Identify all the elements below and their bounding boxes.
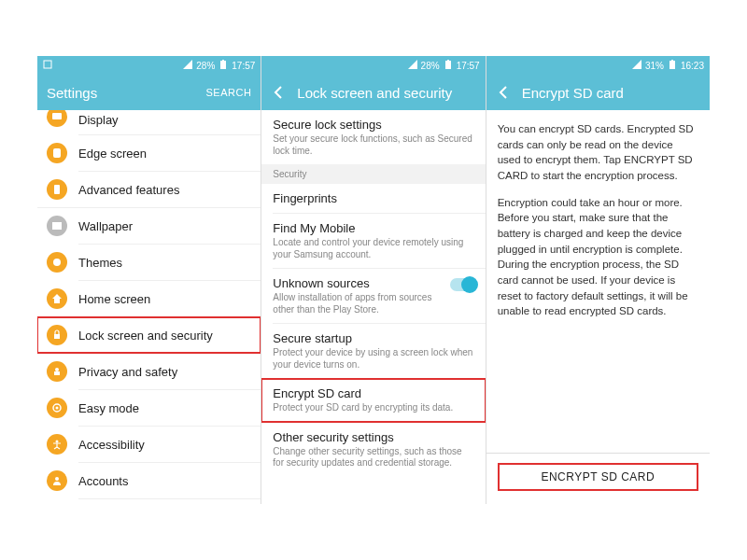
item-encrypt-sd[interactable]: Encrypt SD card Protect your SD card by … xyxy=(261,379,485,422)
status-bar: 28% 17:57 xyxy=(261,56,485,75)
item-sub: Protect your device by using a screen lo… xyxy=(273,347,473,371)
item-title: Secure lock settings xyxy=(273,118,473,132)
svg-rect-4 xyxy=(53,148,61,158)
item-title: Other security settings xyxy=(273,430,473,444)
svg-rect-10 xyxy=(54,371,60,375)
header-title: Encrypt SD card xyxy=(522,85,700,101)
lock-security-header: Lock screen and security xyxy=(261,75,485,110)
item-sub: Change other security settings, such as … xyxy=(273,446,473,469)
unknown-sources-toggle[interactable] xyxy=(450,278,476,291)
signal-icon xyxy=(632,60,641,71)
item-other-security[interactable]: Other security settings Change other sec… xyxy=(261,423,485,477)
encrypt-para-1: You can encrypt SD cards. Encrypted SD c… xyxy=(498,121,698,184)
lock-icon xyxy=(47,325,67,345)
panel-lock-security: 28% 17:57 Lock screen and security Secur… xyxy=(261,56,486,504)
settings-item-accessibility[interactable]: Accessibility xyxy=(37,427,261,462)
svg-rect-6 xyxy=(52,222,62,230)
svg-rect-16 xyxy=(445,61,451,69)
settings-item-advanced[interactable]: Advanced features xyxy=(37,172,261,207)
item-secure-startup[interactable]: Secure startup Protect your device by us… xyxy=(261,324,485,378)
settings-item-label: Advanced features xyxy=(78,183,179,197)
settings-header: Settings SEARCH xyxy=(37,75,261,110)
encrypt-button-row: ENCRYPT SD CARD xyxy=(486,453,710,504)
settings-item-google[interactable]: G Google xyxy=(37,499,261,504)
search-button[interactable]: SEARCH xyxy=(205,87,251,98)
svg-point-14 xyxy=(55,477,59,481)
battery-percent: 28% xyxy=(421,61,440,71)
accessibility-icon xyxy=(47,434,67,455)
security-list: Secure lock settings Set your secure loc… xyxy=(261,110,485,504)
battery-percent: 31% xyxy=(645,61,664,71)
settings-item-label: Themes xyxy=(78,256,122,270)
svg-rect-8 xyxy=(54,334,60,339)
item-title: Find My Mobile xyxy=(273,221,473,235)
status-bar: 31% 16:23 xyxy=(486,56,710,75)
settings-item-display[interactable]: Display xyxy=(37,110,261,134)
settings-item-label: Home screen xyxy=(78,292,150,306)
themes-icon xyxy=(47,252,67,273)
privacy-icon xyxy=(47,361,67,382)
status-bar: 28% 17:57 xyxy=(37,56,261,75)
encrypt-header: Encrypt SD card xyxy=(486,75,710,110)
settings-item-lock-security[interactable]: Lock screen and security xyxy=(37,317,261,353)
item-sub: Set your secure lock functions, such as … xyxy=(273,133,473,157)
svg-point-12 xyxy=(56,407,59,410)
clock-text: 17:57 xyxy=(457,61,480,71)
item-unknown-sources[interactable]: Unknown sources Allow installation of ap… xyxy=(261,269,485,323)
settings-item-accounts[interactable]: Accounts xyxy=(37,463,261,498)
settings-item-label: Wallpaper xyxy=(78,219,133,233)
svg-point-7 xyxy=(53,259,61,266)
settings-item-privacy[interactable]: Privacy and safety xyxy=(37,354,261,389)
screenshot-icon xyxy=(43,60,52,71)
svg-rect-17 xyxy=(447,60,449,61)
home-icon xyxy=(47,288,67,309)
section-security: Security xyxy=(261,164,485,184)
edge-icon xyxy=(47,143,67,163)
advanced-icon xyxy=(47,179,67,200)
item-secure-lock[interactable]: Secure lock settings Set your secure loc… xyxy=(261,110,485,164)
back-button[interactable] xyxy=(271,84,288,101)
settings-item-themes[interactable]: Themes xyxy=(37,245,261,280)
encrypt-sd-button[interactable]: ENCRYPT SD CARD xyxy=(498,463,698,491)
settings-item-label: Display xyxy=(78,113,119,127)
svg-point-13 xyxy=(56,441,59,443)
item-fingerprints[interactable]: Fingerprints xyxy=(261,184,485,213)
settings-item-home[interactable]: Home screen xyxy=(37,281,261,316)
svg-rect-1 xyxy=(220,61,226,69)
wallpaper-icon xyxy=(47,216,67,236)
item-sub: Protect your SD card by encrypting its d… xyxy=(273,402,473,414)
settings-item-label: Easy mode xyxy=(78,401,139,415)
settings-item-label: Lock screen and security xyxy=(78,329,213,343)
item-sub: Allow installation of apps from sources … xyxy=(273,292,473,315)
panel-encrypt-sd: 31% 16:23 Encrypt SD card You can encryp… xyxy=(486,56,710,504)
easy-icon xyxy=(47,398,67,418)
battery-icon xyxy=(218,60,228,71)
svg-rect-3 xyxy=(52,113,62,119)
battery-icon xyxy=(668,60,677,71)
encrypt-description: You can encrypt SD cards. Encrypted SD c… xyxy=(486,110,710,453)
svg-rect-5 xyxy=(54,185,60,194)
item-title: Unknown sources xyxy=(273,276,473,290)
accounts-icon xyxy=(47,470,67,491)
item-sub: Locate and control your device remotely … xyxy=(273,237,473,260)
battery-percent: 28% xyxy=(196,61,215,71)
item-title: Encrypt SD card xyxy=(273,386,473,400)
settings-item-wallpaper[interactable]: Wallpaper xyxy=(37,208,261,244)
svg-rect-2 xyxy=(222,60,224,61)
settings-item-label: Accessibility xyxy=(78,438,145,452)
settings-item-label: Accounts xyxy=(78,474,128,488)
clock-text: 17:57 xyxy=(232,61,255,71)
encrypt-para-2: Encryption could take an hour or more. B… xyxy=(498,195,698,319)
battery-icon xyxy=(444,60,453,71)
back-button[interactable] xyxy=(496,84,513,101)
item-find-my-mobile[interactable]: Find My Mobile Locate and control your d… xyxy=(261,214,485,268)
signal-icon xyxy=(408,60,417,71)
clock-text: 16:23 xyxy=(681,61,704,71)
svg-rect-18 xyxy=(669,61,675,69)
settings-item-edge[interactable]: Edge screen xyxy=(37,135,261,171)
header-title: Settings xyxy=(47,85,205,101)
settings-item-easy[interactable]: Easy mode xyxy=(37,390,261,426)
svg-rect-0 xyxy=(44,61,51,68)
signal-icon xyxy=(183,60,192,71)
item-title: Secure startup xyxy=(273,331,473,345)
